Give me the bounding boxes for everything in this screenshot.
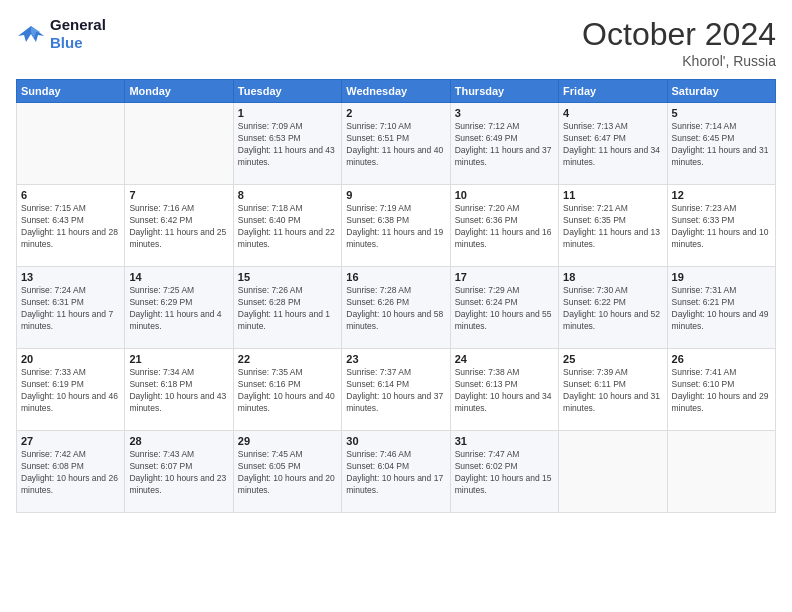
day-info: Sunrise: 7:14 AM Sunset: 6:45 PM Dayligh… bbox=[672, 121, 771, 169]
day-number: 13 bbox=[21, 271, 120, 283]
calendar-day-cell bbox=[667, 431, 775, 513]
calendar-day-cell: 27Sunrise: 7:42 AM Sunset: 6:08 PM Dayli… bbox=[17, 431, 125, 513]
weekday-header-cell: Wednesday bbox=[342, 80, 450, 103]
day-info: Sunrise: 7:37 AM Sunset: 6:14 PM Dayligh… bbox=[346, 367, 445, 415]
header: General Blue October 2024 Khorol', Russi… bbox=[16, 16, 776, 69]
logo: General Blue bbox=[16, 16, 106, 52]
day-info: Sunrise: 7:18 AM Sunset: 6:40 PM Dayligh… bbox=[238, 203, 337, 251]
day-number: 16 bbox=[346, 271, 445, 283]
day-number: 10 bbox=[455, 189, 554, 201]
day-info: Sunrise: 7:31 AM Sunset: 6:21 PM Dayligh… bbox=[672, 285, 771, 333]
day-number: 11 bbox=[563, 189, 662, 201]
calendar-day-cell: 6Sunrise: 7:15 AM Sunset: 6:43 PM Daylig… bbox=[17, 185, 125, 267]
day-number: 25 bbox=[563, 353, 662, 365]
day-info: Sunrise: 7:34 AM Sunset: 6:18 PM Dayligh… bbox=[129, 367, 228, 415]
day-info: Sunrise: 7:13 AM Sunset: 6:47 PM Dayligh… bbox=[563, 121, 662, 169]
weekday-header-cell: Monday bbox=[125, 80, 233, 103]
calendar-day-cell: 2Sunrise: 7:10 AM Sunset: 6:51 PM Daylig… bbox=[342, 103, 450, 185]
calendar-day-cell: 12Sunrise: 7:23 AM Sunset: 6:33 PM Dayli… bbox=[667, 185, 775, 267]
calendar-day-cell: 4Sunrise: 7:13 AM Sunset: 6:47 PM Daylig… bbox=[559, 103, 667, 185]
day-number: 8 bbox=[238, 189, 337, 201]
day-number: 29 bbox=[238, 435, 337, 447]
day-number: 3 bbox=[455, 107, 554, 119]
day-info: Sunrise: 7:20 AM Sunset: 6:36 PM Dayligh… bbox=[455, 203, 554, 251]
day-info: Sunrise: 7:47 AM Sunset: 6:02 PM Dayligh… bbox=[455, 449, 554, 497]
calendar-week-row: 1Sunrise: 7:09 AM Sunset: 6:53 PM Daylig… bbox=[17, 103, 776, 185]
calendar-day-cell: 31Sunrise: 7:47 AM Sunset: 6:02 PM Dayli… bbox=[450, 431, 558, 513]
calendar-day-cell: 25Sunrise: 7:39 AM Sunset: 6:11 PM Dayli… bbox=[559, 349, 667, 431]
calendar-day-cell: 26Sunrise: 7:41 AM Sunset: 6:10 PM Dayli… bbox=[667, 349, 775, 431]
calendar-day-cell: 13Sunrise: 7:24 AM Sunset: 6:31 PM Dayli… bbox=[17, 267, 125, 349]
day-info: Sunrise: 7:25 AM Sunset: 6:29 PM Dayligh… bbox=[129, 285, 228, 333]
calendar-day-cell: 10Sunrise: 7:20 AM Sunset: 6:36 PM Dayli… bbox=[450, 185, 558, 267]
calendar-week-row: 13Sunrise: 7:24 AM Sunset: 6:31 PM Dayli… bbox=[17, 267, 776, 349]
day-number: 4 bbox=[563, 107, 662, 119]
calendar-week-row: 6Sunrise: 7:15 AM Sunset: 6:43 PM Daylig… bbox=[17, 185, 776, 267]
calendar-day-cell: 5Sunrise: 7:14 AM Sunset: 6:45 PM Daylig… bbox=[667, 103, 775, 185]
calendar-week-row: 27Sunrise: 7:42 AM Sunset: 6:08 PM Dayli… bbox=[17, 431, 776, 513]
day-number: 2 bbox=[346, 107, 445, 119]
day-number: 23 bbox=[346, 353, 445, 365]
calendar-title: October 2024 bbox=[582, 16, 776, 53]
calendar-page: General Blue October 2024 Khorol', Russi… bbox=[0, 0, 792, 612]
calendar-day-cell bbox=[125, 103, 233, 185]
calendar-day-cell: 20Sunrise: 7:33 AM Sunset: 6:19 PM Dayli… bbox=[17, 349, 125, 431]
calendar-day-cell: 7Sunrise: 7:16 AM Sunset: 6:42 PM Daylig… bbox=[125, 185, 233, 267]
day-number: 30 bbox=[346, 435, 445, 447]
weekday-header-cell: Saturday bbox=[667, 80, 775, 103]
day-info: Sunrise: 7:23 AM Sunset: 6:33 PM Dayligh… bbox=[672, 203, 771, 251]
day-number: 24 bbox=[455, 353, 554, 365]
day-number: 21 bbox=[129, 353, 228, 365]
day-info: Sunrise: 7:35 AM Sunset: 6:16 PM Dayligh… bbox=[238, 367, 337, 415]
calendar-day-cell bbox=[17, 103, 125, 185]
logo-icon bbox=[16, 22, 46, 46]
day-info: Sunrise: 7:42 AM Sunset: 6:08 PM Dayligh… bbox=[21, 449, 120, 497]
day-number: 9 bbox=[346, 189, 445, 201]
calendar-day-cell: 22Sunrise: 7:35 AM Sunset: 6:16 PM Dayli… bbox=[233, 349, 341, 431]
calendar-day-cell: 16Sunrise: 7:28 AM Sunset: 6:26 PM Dayli… bbox=[342, 267, 450, 349]
weekday-header-cell: Tuesday bbox=[233, 80, 341, 103]
title-block: October 2024 Khorol', Russia bbox=[582, 16, 776, 69]
day-info: Sunrise: 7:26 AM Sunset: 6:28 PM Dayligh… bbox=[238, 285, 337, 333]
day-info: Sunrise: 7:19 AM Sunset: 6:38 PM Dayligh… bbox=[346, 203, 445, 251]
logo-text: General Blue bbox=[50, 16, 106, 52]
calendar-day-cell: 8Sunrise: 7:18 AM Sunset: 6:40 PM Daylig… bbox=[233, 185, 341, 267]
calendar-day-cell: 24Sunrise: 7:38 AM Sunset: 6:13 PM Dayli… bbox=[450, 349, 558, 431]
day-number: 15 bbox=[238, 271, 337, 283]
day-info: Sunrise: 7:43 AM Sunset: 6:07 PM Dayligh… bbox=[129, 449, 228, 497]
day-number: 28 bbox=[129, 435, 228, 447]
calendar-subtitle: Khorol', Russia bbox=[582, 53, 776, 69]
calendar-day-cell bbox=[559, 431, 667, 513]
day-number: 27 bbox=[21, 435, 120, 447]
day-info: Sunrise: 7:12 AM Sunset: 6:49 PM Dayligh… bbox=[455, 121, 554, 169]
day-info: Sunrise: 7:45 AM Sunset: 6:05 PM Dayligh… bbox=[238, 449, 337, 497]
day-number: 7 bbox=[129, 189, 228, 201]
day-info: Sunrise: 7:30 AM Sunset: 6:22 PM Dayligh… bbox=[563, 285, 662, 333]
calendar-day-cell: 1Sunrise: 7:09 AM Sunset: 6:53 PM Daylig… bbox=[233, 103, 341, 185]
calendar-day-cell: 21Sunrise: 7:34 AM Sunset: 6:18 PM Dayli… bbox=[125, 349, 233, 431]
day-number: 26 bbox=[672, 353, 771, 365]
day-info: Sunrise: 7:28 AM Sunset: 6:26 PM Dayligh… bbox=[346, 285, 445, 333]
calendar-day-cell: 29Sunrise: 7:45 AM Sunset: 6:05 PM Dayli… bbox=[233, 431, 341, 513]
calendar-table: SundayMondayTuesdayWednesdayThursdayFrid… bbox=[16, 79, 776, 513]
calendar-day-cell: 18Sunrise: 7:30 AM Sunset: 6:22 PM Dayli… bbox=[559, 267, 667, 349]
day-number: 6 bbox=[21, 189, 120, 201]
day-info: Sunrise: 7:39 AM Sunset: 6:11 PM Dayligh… bbox=[563, 367, 662, 415]
day-info: Sunrise: 7:10 AM Sunset: 6:51 PM Dayligh… bbox=[346, 121, 445, 169]
weekday-header-cell: Friday bbox=[559, 80, 667, 103]
weekday-header-cell: Sunday bbox=[17, 80, 125, 103]
day-info: Sunrise: 7:09 AM Sunset: 6:53 PM Dayligh… bbox=[238, 121, 337, 169]
day-number: 31 bbox=[455, 435, 554, 447]
day-number: 12 bbox=[672, 189, 771, 201]
day-number: 1 bbox=[238, 107, 337, 119]
day-info: Sunrise: 7:41 AM Sunset: 6:10 PM Dayligh… bbox=[672, 367, 771, 415]
day-number: 19 bbox=[672, 271, 771, 283]
calendar-week-row: 20Sunrise: 7:33 AM Sunset: 6:19 PM Dayli… bbox=[17, 349, 776, 431]
day-info: Sunrise: 7:38 AM Sunset: 6:13 PM Dayligh… bbox=[455, 367, 554, 415]
day-info: Sunrise: 7:15 AM Sunset: 6:43 PM Dayligh… bbox=[21, 203, 120, 251]
calendar-day-cell: 30Sunrise: 7:46 AM Sunset: 6:04 PM Dayli… bbox=[342, 431, 450, 513]
day-number: 20 bbox=[21, 353, 120, 365]
calendar-day-cell: 14Sunrise: 7:25 AM Sunset: 6:29 PM Dayli… bbox=[125, 267, 233, 349]
weekday-header-row: SundayMondayTuesdayWednesdayThursdayFrid… bbox=[17, 80, 776, 103]
calendar-day-cell: 28Sunrise: 7:43 AM Sunset: 6:07 PM Dayli… bbox=[125, 431, 233, 513]
